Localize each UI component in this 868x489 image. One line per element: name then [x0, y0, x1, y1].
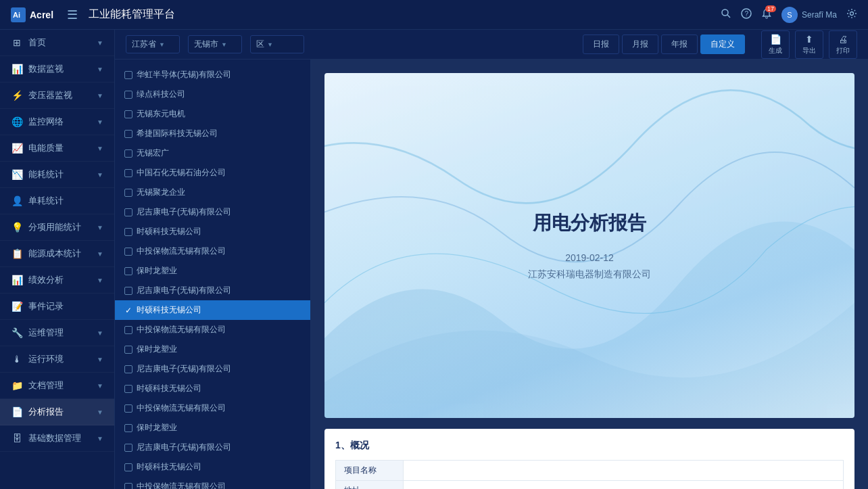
company-checkbox — [124, 404, 132, 413]
sidebar-label-events: 事件记录 — [28, 300, 103, 312]
company-item[interactable]: 华虹半导体(无锡)有限公司 — [115, 65, 310, 85]
company-item[interactable]: 尼吉康电子(无锡)有限公司 — [115, 202, 310, 222]
logo-text: Acrel — [30, 9, 53, 20]
logo: Ai Acrel — [11, 7, 53, 22]
export-button[interactable]: ⬆导出 — [795, 30, 823, 59]
company-name: 中投保物流无锡有限公司 — [137, 324, 226, 335]
company-item[interactable]: 保时龙塑业 — [115, 261, 310, 281]
table-row: 项目名称 — [336, 461, 844, 481]
sidebar-item-home[interactable]: ⊞ 首页 ▼ — [0, 30, 114, 56]
company-name: 绿点科技公司 — [137, 89, 185, 100]
svg-line-3 — [727, 15, 730, 18]
sidebar-item-subitem-stats[interactable]: 💡 分项用能统计 ▼ — [0, 214, 114, 241]
company-item[interactable]: 中投保物流无锡有限公司 — [115, 320, 310, 340]
header-actions: ? 17 S Serafî Ma — [721, 7, 857, 23]
sidebar-arrow-home: ▼ — [97, 39, 103, 47]
help-button[interactable]: ? — [741, 8, 752, 22]
tab-yearly[interactable]: 年报 — [661, 34, 698, 54]
sidebar-item-power-quality[interactable]: 📈 电能质量 ▼ — [0, 135, 114, 162]
report-tabs: 日报月报年报自定义 — [583, 34, 745, 54]
company-checkbox — [124, 130, 132, 138]
tab-custom[interactable]: 自定义 — [700, 34, 745, 54]
sidebar-item-energy-stats[interactable]: 📉 能耗统计 ▼ — [0, 162, 114, 188]
company-checkbox — [124, 149, 132, 158]
table-row: 地址 — [336, 481, 844, 490]
company-name: 尼吉康电子(无锡)有限公司 — [137, 442, 231, 453]
user-menu[interactable]: S Serafî Ma — [781, 7, 837, 23]
company-item[interactable]: 时硕科技无锡公司 — [115, 457, 310, 477]
sidebar-item-base-data[interactable]: 🗄 基础数据管理 ▼ — [0, 425, 114, 452]
generate-button[interactable]: 📄生成 — [761, 30, 790, 59]
company-item[interactable]: 无锡聚龙企业 — [115, 183, 310, 202]
company-item[interactable]: 无锡宏广 — [115, 143, 310, 163]
table-value — [404, 461, 844, 481]
company-item[interactable]: 保时龙塑业 — [115, 340, 310, 359]
company-item[interactable]: 绿点科技公司 — [115, 85, 310, 104]
company-checkbox — [124, 346, 132, 354]
notification-button[interactable]: 17 — [761, 8, 772, 22]
district-dropdown[interactable]: 区 ▼ — [250, 35, 304, 53]
sidebar-icon-power-quality: 📈 — [11, 142, 23, 154]
cover-title: 用电分析报告 — [528, 210, 651, 236]
company-item[interactable]: 时硕科技无锡公司 — [115, 379, 310, 398]
sidebar-item-events[interactable]: 📝 事件记录 — [0, 294, 114, 320]
sidebar-item-unit-stats[interactable]: 👤 单耗统计 — [0, 188, 114, 214]
menu-toggle-icon[interactable]: ☰ — [67, 7, 78, 22]
company-name: 尼吉康电子(无锡)有限公司 — [137, 285, 231, 296]
action-buttons: 📄生成⬆导出🖨打印 — [761, 30, 857, 59]
sidebar-item-ops-mgmt[interactable]: 🔧 运维管理 ▼ — [0, 320, 114, 346]
sidebar-item-performance[interactable]: 📊 绩效分析 ▼ — [0, 267, 114, 294]
sidebar-item-data-monitor[interactable]: 📊 数据监视 ▼ — [0, 56, 114, 83]
company-item[interactable]: 时硕科技无锡公司 — [115, 222, 310, 241]
sidebar-icon-ops-mgmt: 🔧 — [11, 327, 23, 339]
sidebar-item-doc-mgmt[interactable]: 📁 文档管理 ▼ — [0, 373, 114, 399]
company-item[interactable]: 尼吉康电子(无锡)有限公司 — [115, 438, 310, 457]
company-item[interactable]: 中投保物流无锡有限公司 — [115, 398, 310, 418]
tab-monthly[interactable]: 月报 — [622, 34, 658, 54]
print-button[interactable]: 🖨打印 — [829, 30, 857, 59]
cover-company: 江苏安科瑞电器制造有限公司 — [528, 269, 651, 281]
sidebar-icon-analysis: 📄 — [11, 406, 23, 418]
company-checkbox — [124, 365, 132, 373]
city-dropdown[interactable]: 无锡市 ▼ — [188, 35, 242, 53]
province-dropdown[interactable]: 江苏省 ▼ — [126, 35, 180, 53]
company-name: 时硕科技无锡公司 — [137, 383, 201, 394]
company-item[interactable]: ✓ 时硕科技无锡公司 — [115, 300, 310, 320]
company-checkbox — [124, 326, 132, 334]
company-item[interactable]: 无锡东元电机 — [115, 104, 310, 124]
table-value — [404, 481, 844, 490]
company-item[interactable]: 保时龙塑业 — [115, 418, 310, 438]
company-item[interactable]: 尼吉康电子(无锡)有限公司 — [115, 281, 310, 300]
sidebar-icon-home: ⊞ — [11, 37, 23, 49]
logo-icon: Ai — [11, 7, 26, 22]
sidebar-item-transformer[interactable]: ⚡ 变压器监视 ▼ — [0, 83, 114, 109]
company-name: 希捷国际科技无锡公司 — [137, 128, 218, 139]
sidebar-item-run-env[interactable]: 🌡 运行环境 ▼ — [0, 346, 114, 373]
company-item[interactable]: 希捷国际科技无锡公司 — [115, 124, 310, 143]
company-item[interactable]: 中国石化无锡石油分公司 — [115, 163, 310, 183]
avatar: S — [781, 7, 798, 23]
company-name: 中投保物流无锡有限公司 — [137, 246, 226, 257]
company-name: 保时龙塑业 — [137, 344, 177, 355]
sidebar-arrow-data-monitor: ▼ — [97, 66, 103, 73]
sidebar-item-analysis[interactable]: 📄 分析报告 ▼ — [0, 399, 114, 425]
sidebar-label-subitem-stats: 分项用能统计 — [28, 221, 91, 233]
sidebar-item-network[interactable]: 🌐 监控网络 ▼ — [0, 109, 114, 135]
company-item[interactable]: 中投保物流无锡有限公司 — [115, 477, 310, 489]
sidebar-label-energy-cost: 能源成本统计 — [28, 248, 91, 260]
company-name: 时硕科技无锡公司 — [137, 226, 201, 237]
report-preview: 用电分析报告 2019-02-12 江苏安科瑞电器制造有限公司 1、概况 项目名… — [311, 60, 868, 489]
settings-button[interactable] — [846, 8, 857, 22]
tab-daily[interactable]: 日报 — [583, 34, 619, 54]
sidebar-item-energy-cost[interactable]: 📋 能源成本统计 ▼ — [0, 241, 114, 267]
company-item[interactable]: 中投保物流无锡有限公司 — [115, 241, 310, 261]
notification-badge: 17 — [765, 5, 776, 12]
company-name: 保时龙塑业 — [137, 422, 177, 434]
company-item[interactable]: 尼吉康电子(无锡)有限公司 — [115, 359, 310, 379]
sidebar-label-data-monitor: 数据监视 — [28, 63, 91, 75]
header: Ai Acrel ☰ 工业能耗管理平台 ? 17 S Serafî Ma — [0, 0, 868, 30]
search-button[interactable] — [721, 8, 731, 22]
sidebar-arrow-power-quality: ▼ — [97, 145, 103, 152]
city-arrow-icon: ▼ — [221, 41, 227, 48]
info-table: 项目名称 地址 点位信息 — [335, 460, 844, 489]
